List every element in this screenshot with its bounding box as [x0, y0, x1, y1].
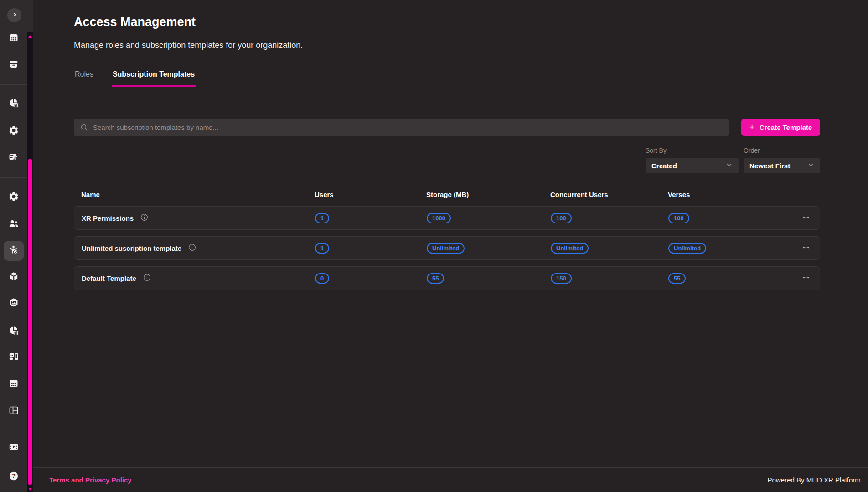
plus-icon: +	[749, 122, 755, 132]
sort-by-label: Sort By	[646, 147, 739, 154]
verses-badge: 55	[668, 273, 686, 284]
create-template-label: Create Template	[760, 124, 812, 131]
sidebar-item-analytics[interactable]	[4, 94, 24, 114]
concurrent-users-badge: Unlimited	[551, 243, 589, 254]
settings-gear-icon	[8, 125, 19, 138]
calendar-icon	[8, 378, 19, 391]
column-header: Name	[81, 191, 315, 198]
sidebar-item-video[interactable]	[4, 438, 24, 458]
sidebar-item-org-settings[interactable]	[4, 187, 24, 207]
sidebar-item-assets[interactable]	[4, 267, 24, 287]
sidebar-item-settings[interactable]	[4, 121, 24, 141]
sidebar-item-access-management[interactable]	[4, 241, 24, 261]
powered-by-text: Powered By MUD XR Platform.	[768, 476, 863, 484]
storage-badge: Unlimited	[427, 243, 465, 254]
sidebar: ?	[0, 0, 27, 492]
search-bar	[74, 119, 728, 136]
row-more-menu-button[interactable]	[800, 242, 812, 254]
order-value: Newest First	[749, 162, 790, 170]
column-header: Users	[315, 191, 426, 198]
chevron-down-icon	[807, 161, 814, 170]
sidebar-item-archive[interactable]	[4, 55, 24, 75]
calendar-icon	[8, 32, 19, 45]
sort-by-group: Sort By Created	[646, 147, 739, 173]
table-row[interactable]: Default Template 0 55 150 55	[74, 266, 820, 290]
analytics-pie-icon	[8, 98, 19, 110]
sidebar-item-card-edit[interactable]	[4, 148, 24, 168]
table-row[interactable]: Unlimited suscription template 1 Unlimit…	[74, 236, 820, 260]
info-icon[interactable]	[188, 243, 196, 253]
terms-privacy-link[interactable]: Terms and Privacy Policy	[49, 476, 132, 484]
template-name: Default Template	[82, 274, 136, 282]
sidebar-item-help[interactable]: ?	[4, 467, 24, 487]
column-header: Storage (MB)	[426, 191, 550, 198]
scroll-up-arrow-icon[interactable]	[28, 35, 32, 38]
chevron-right-icon	[10, 10, 19, 20]
sidebar-item-schedule[interactable]	[4, 374, 24, 394]
toolbar: + Create Template	[74, 119, 820, 136]
page-title: Access Management	[74, 15, 820, 29]
template-table: XR Permissions 1 1000 100 100 Unlimited …	[74, 206, 820, 290]
sidebar-item-layout[interactable]	[4, 401, 24, 421]
archive-icon	[8, 59, 19, 72]
svg-text:?: ?	[12, 473, 16, 479]
order-label: Order	[744, 147, 820, 154]
users-badge: 1	[315, 243, 329, 254]
ellipsis-icon	[801, 243, 811, 254]
table-header: NameUsersStorage (MB)Concurrent UsersVer…	[74, 191, 820, 198]
sort-by-value: Created	[651, 162, 677, 170]
users-badge: 0	[315, 273, 329, 284]
help-icon: ?	[8, 471, 19, 483]
column-header: Verses	[668, 191, 795, 198]
tab-roles[interactable]: Roles	[74, 70, 94, 86]
storage-badge: 55	[427, 273, 444, 284]
info-icon[interactable]	[140, 213, 148, 223]
search-input[interactable]	[74, 119, 728, 136]
sidebar-divider	[0, 431, 27, 431]
main-content: Access Management Manage roles and subsc…	[33, 0, 868, 467]
scene-box-icon	[8, 297, 19, 310]
create-template-button[interactable]: + Create Template	[741, 119, 820, 136]
card-edit-icon	[8, 151, 19, 164]
sidebar-item-scenes[interactable]	[4, 294, 24, 314]
template-name: XR Permissions	[82, 214, 134, 222]
users-badge: 1	[315, 213, 329, 223]
concurrent-users-badge: 100	[551, 213, 572, 223]
verses-badge: 100	[668, 213, 689, 223]
tab-subscription-templates[interactable]: Subscription Templates	[112, 70, 196, 87]
ellipsis-icon	[801, 273, 811, 284]
media-devices-icon	[8, 351, 19, 364]
scrollbar-thumb[interactable]	[28, 159, 32, 485]
concurrent-users-badge: 150	[551, 273, 572, 284]
sidebar-divider	[0, 177, 27, 178]
chevron-down-icon	[726, 161, 733, 170]
order-select[interactable]: Newest First	[744, 158, 820, 173]
sidebar-item-media[interactable]	[4, 347, 24, 368]
order-group: Order Newest First	[744, 147, 820, 173]
settings-gear-icon	[8, 191, 19, 204]
sort-by-select[interactable]: Created	[646, 158, 739, 173]
filters: Sort By Created Order Newest First	[74, 147, 820, 173]
verses-badge: Unlimited	[668, 243, 706, 254]
sidebar-scrollbar[interactable]	[27, 32, 33, 492]
asset-cube-icon	[8, 271, 19, 284]
scroll-down-arrow-icon[interactable]	[28, 488, 32, 491]
footer: Terms and Privacy Policy Powered By MUD …	[33, 467, 868, 492]
sidebar-expand-button[interactable]	[7, 8, 21, 22]
info-icon[interactable]	[143, 274, 151, 283]
analytics-pie-icon	[8, 325, 19, 338]
template-name: Unlimited suscription template	[82, 244, 181, 252]
users-icon	[8, 218, 19, 231]
row-more-menu-button[interactable]	[800, 272, 812, 285]
layout-icon	[8, 405, 19, 418]
sidebar-item-reports[interactable]	[4, 321, 24, 342]
column-header: Concurrent Users	[550, 191, 668, 198]
storage-badge: 1000	[427, 213, 451, 223]
sidebar-header	[0, 0, 33, 32]
member-check-icon	[8, 244, 19, 257]
tab-bar: Roles Subscription Templates	[74, 70, 820, 86]
sidebar-item-users[interactable]	[4, 214, 24, 234]
table-row[interactable]: XR Permissions 1 1000 100 100	[74, 206, 820, 230]
ellipsis-icon	[801, 212, 811, 224]
row-more-menu-button[interactable]	[800, 212, 812, 224]
